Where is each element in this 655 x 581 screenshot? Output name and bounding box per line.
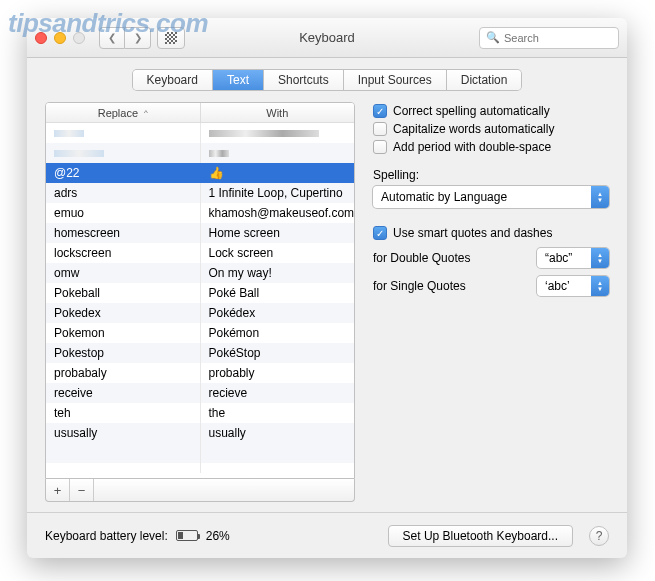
table-row-redacted[interactable] [46, 143, 354, 163]
table-row[interactable]: omwOn my way! [46, 263, 354, 283]
column-replace[interactable]: Replace^ [46, 103, 201, 122]
cell-with: usually [201, 423, 355, 443]
search-field[interactable]: 🔍 [479, 27, 619, 49]
bottom-bar: Keyboard battery level: 26% Set Up Bluet… [27, 512, 627, 558]
search-input[interactable] [504, 32, 642, 44]
tab-input-sources[interactable]: Input Sources [344, 70, 447, 90]
table-body: @22👍adrs1 Infinite Loop, Cupertinoemuokh… [46, 123, 354, 473]
double-quotes-row: for Double Quotes “abc” ▲▼ [373, 248, 609, 268]
select-arrows-icon: ▲▼ [591, 248, 609, 268]
table-row-empty [46, 463, 354, 473]
cell-with: the [201, 403, 355, 423]
cell-replace: probabaly [46, 363, 201, 383]
table-row[interactable]: ususallyusually [46, 423, 354, 443]
table-row[interactable]: PokeballPoké Ball [46, 283, 354, 303]
help-button[interactable]: ? [589, 526, 609, 546]
double-quotes-select[interactable]: “abc” ▲▼ [537, 248, 609, 268]
cell-replace: receive [46, 383, 201, 403]
cell-with: On my way! [201, 263, 355, 283]
table-row[interactable]: probabalyprobably [46, 363, 354, 383]
search-icon: 🔍 [486, 31, 500, 44]
cell-replace: lockscreen [46, 243, 201, 263]
cell-replace: Pokemon [46, 323, 201, 343]
single-quotes-label: for Single Quotes [373, 279, 529, 293]
tab-keyboard[interactable]: Keyboard [133, 70, 213, 90]
battery-icon [176, 530, 198, 541]
tab-text[interactable]: Text [213, 70, 264, 90]
back-button[interactable]: ❮ [99, 27, 125, 49]
table-row[interactable]: lockscreenLock screen [46, 243, 354, 263]
forward-button[interactable]: ❯ [125, 27, 151, 49]
table-row[interactable]: PokedexPokédex [46, 303, 354, 323]
column-with-label: With [266, 107, 288, 119]
double-quotes-label: for Double Quotes [373, 251, 529, 265]
single-quotes-select[interactable]: ‘abc’ ▲▼ [537, 276, 609, 296]
tab-bar: Keyboard Text Shortcuts Input Sources Di… [27, 58, 627, 102]
table-row-empty [46, 443, 354, 463]
window-title: Keyboard [299, 30, 355, 45]
cell-replace: adrs [46, 183, 201, 203]
table-row[interactable]: PokemonPokémon [46, 323, 354, 343]
correct-spelling-label: Correct spelling automatically [393, 104, 550, 118]
cell-with: recieve [201, 383, 355, 403]
grid-icon [165, 32, 177, 44]
cell-with: PokéStop [201, 343, 355, 363]
cell-replace: Pokestop [46, 343, 201, 363]
period-row[interactable]: Add period with double-space [373, 140, 609, 154]
tab-dictation[interactable]: Dictation [447, 70, 522, 90]
zoom-icon [73, 32, 85, 44]
table-header: Replace^ With [46, 103, 354, 123]
table-row[interactable]: PokestopPokéStop [46, 343, 354, 363]
cell-replace: @22 [46, 163, 201, 183]
tab-shortcuts[interactable]: Shortcuts [264, 70, 344, 90]
cell-with: probably [201, 363, 355, 383]
traffic-lights [35, 32, 85, 44]
correct-spelling-row[interactable]: ✓ Correct spelling automatically [373, 104, 609, 118]
smart-quotes-checkbox[interactable]: ✓ [373, 226, 387, 240]
double-quotes-value: “abc” [537, 248, 591, 268]
period-checkbox[interactable] [373, 140, 387, 154]
close-icon[interactable] [35, 32, 47, 44]
spelling-label: Spelling: [373, 168, 609, 182]
sort-caret-icon: ^ [144, 108, 148, 117]
remove-button[interactable]: − [70, 479, 94, 501]
battery-percent: 26% [206, 529, 230, 543]
tab-segment: Keyboard Text Shortcuts Input Sources Di… [133, 70, 522, 90]
table-row[interactable]: adrs1 Infinite Loop, Cupertino [46, 183, 354, 203]
column-replace-label: Replace [98, 107, 138, 119]
period-label: Add period with double-space [393, 140, 551, 154]
correct-spelling-checkbox[interactable]: ✓ [373, 104, 387, 118]
table-row[interactable]: tehthe [46, 403, 354, 423]
cell-replace: Pokedex [46, 303, 201, 323]
show-all-button[interactable] [157, 27, 185, 49]
single-quotes-value: ‘abc’ [537, 276, 591, 296]
cell-with: 👍 [201, 163, 355, 183]
capitalize-row[interactable]: Capitalize words automatically [373, 122, 609, 136]
cell-replace: emuo [46, 203, 201, 223]
table-row[interactable]: homescreenHome screen [46, 223, 354, 243]
minimize-icon[interactable] [54, 32, 66, 44]
spelling-select[interactable]: Automatic by Language ▲▼ [373, 186, 609, 208]
cell-replace: teh [46, 403, 201, 423]
cell-replace: omw [46, 263, 201, 283]
cell-with: Pokédex [201, 303, 355, 323]
smart-quotes-row[interactable]: ✓ Use smart quotes and dashes [373, 226, 609, 240]
cell-with: Lock screen [201, 243, 355, 263]
capitalize-checkbox[interactable] [373, 122, 387, 136]
column-with[interactable]: With [201, 103, 355, 122]
cell-with: khamosh@makeuseof.com [201, 203, 355, 223]
table-row-redacted[interactable] [46, 123, 354, 143]
preferences-window: ❮ ❯ Keyboard 🔍 Keyboard Text Shortcuts I… [27, 18, 627, 558]
select-arrows-icon: ▲▼ [591, 186, 609, 208]
nav-buttons: ❮ ❯ [99, 27, 151, 49]
replacements-table[interactable]: Replace^ With @22👍adrs1 Infinite Loop, C… [45, 102, 355, 479]
add-button[interactable]: + [46, 479, 70, 501]
battery-label: Keyboard battery level: [45, 529, 168, 543]
options-panel: ✓ Correct spelling automatically Capital… [373, 102, 609, 502]
table-row[interactable]: @22👍 [46, 163, 354, 183]
titlebar: ❮ ❯ Keyboard 🔍 [27, 18, 627, 58]
table-footer: + − [45, 479, 355, 502]
table-row[interactable]: emuokhamosh@makeuseof.com [46, 203, 354, 223]
table-row[interactable]: receiverecieve [46, 383, 354, 403]
bluetooth-setup-button[interactable]: Set Up Bluetooth Keyboard... [388, 525, 573, 547]
